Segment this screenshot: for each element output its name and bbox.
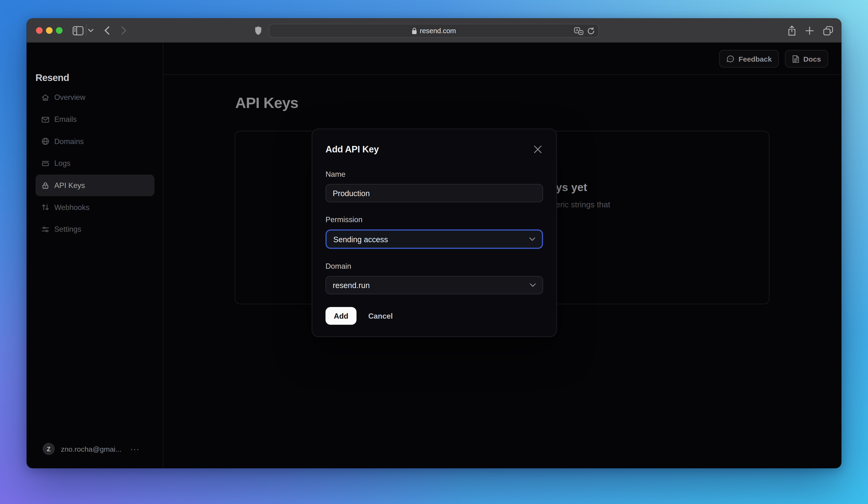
domain-select-value: resend.run — [333, 281, 370, 290]
account-email: zno.rocha@gmai... — [61, 445, 122, 453]
sliders-icon — [41, 225, 50, 234]
share-icon[interactable] — [785, 24, 798, 37]
docs-icon — [792, 55, 799, 63]
docs-label: Docs — [803, 55, 821, 63]
logs-icon — [41, 159, 50, 168]
cancel-button[interactable]: Cancel — [368, 312, 393, 320]
empty-state-title-fragment: ys yet — [556, 180, 587, 195]
header-divider — [163, 74, 841, 75]
sidebar: Resend Overview Emails Domains — [27, 43, 163, 468]
add-api-key-dialog: Add API Key Name Production Permission S… — [312, 129, 557, 337]
sidebar-item-label: Logs — [54, 159, 70, 168]
close-window-button[interactable] — [36, 27, 43, 34]
chevron-down-icon[interactable] — [86, 26, 95, 35]
header-actions: Feedback Docs — [719, 50, 828, 68]
permission-select-value: Sending access — [333, 235, 388, 244]
minimize-window-button[interactable] — [46, 27, 53, 34]
browser-window: resend.com A ✦ — [27, 18, 841, 468]
translate-icon[interactable]: A ✦ — [574, 27, 583, 34]
window-controls — [36, 27, 62, 34]
lock-icon — [41, 181, 50, 190]
add-button[interactable]: Add — [326, 307, 357, 325]
avatar: Z — [43, 443, 55, 455]
sidebar-toggle-icon[interactable] — [71, 24, 85, 37]
mail-icon — [41, 115, 50, 124]
reload-icon[interactable] — [587, 27, 595, 34]
chevron-down-icon — [530, 283, 536, 287]
forward-button[interactable] — [118, 25, 130, 36]
sidebar-item-logs[interactable]: Logs — [35, 153, 154, 175]
sidebar-item-overview[interactable]: Overview — [35, 87, 154, 109]
domain-select[interactable]: resend.run — [326, 276, 543, 294]
sidebar-item-settings[interactable]: Settings — [35, 219, 154, 241]
name-input-value: Production — [333, 189, 370, 198]
domain-label: Domain — [326, 262, 543, 271]
feedback-label: Feedback — [739, 55, 772, 63]
feedback-bubble-icon — [726, 55, 735, 63]
dialog-title: Add API Key — [326, 143, 379, 155]
webhooks-icon — [41, 203, 50, 212]
sidebar-item-label: Domains — [54, 137, 84, 146]
empty-state-description-fragment: eric strings that — [556, 200, 610, 210]
back-button[interactable] — [101, 25, 112, 36]
sidebar-nav: Overview Emails Domains Logs — [35, 87, 154, 241]
account-more-icon[interactable]: ··· — [130, 444, 140, 453]
url-text: resend.com — [420, 27, 456, 34]
privacy-shield-icon[interactable] — [252, 25, 264, 36]
permission-label: Permission — [326, 215, 543, 224]
svg-text:A: A — [576, 28, 579, 32]
sidebar-item-webhooks[interactable]: Webhooks — [35, 196, 154, 219]
lock-icon — [412, 28, 417, 34]
chevron-down-icon — [529, 238, 535, 241]
svg-text:✦: ✦ — [580, 30, 582, 34]
page-title: API Keys — [235, 94, 298, 113]
sidebar-item-label: Settings — [54, 225, 81, 234]
name-label: Name — [326, 170, 543, 179]
docs-button[interactable]: Docs — [785, 50, 828, 68]
resend-logo: Resend — [35, 70, 69, 85]
browser-toolbar: resend.com A ✦ — [27, 18, 841, 43]
feedback-button[interactable]: Feedback — [719, 50, 779, 68]
sidebar-item-label: Webhooks — [54, 203, 89, 212]
zoom-window-button[interactable] — [56, 27, 62, 34]
account-menu[interactable]: Z zno.rocha@gmai... ··· — [43, 443, 140, 455]
stage: resend.com A ✦ — [0, 0, 868, 504]
sidebar-item-label: API Keys — [54, 181, 85, 190]
sidebar-item-label: Emails — [54, 115, 76, 124]
address-bar[interactable]: resend.com A ✦ — [269, 24, 599, 38]
name-input[interactable]: Production — [326, 184, 543, 203]
home-icon — [41, 93, 50, 102]
tab-overview-icon[interactable] — [822, 24, 835, 37]
sidebar-item-label: Overview — [54, 93, 85, 102]
permission-select[interactable]: Sending access — [326, 230, 543, 249]
sidebar-item-emails[interactable]: Emails — [35, 109, 154, 131]
close-icon[interactable] — [533, 144, 543, 154]
sidebar-item-domains[interactable]: Domains — [35, 131, 154, 153]
globe-icon — [41, 137, 50, 146]
new-tab-icon[interactable] — [803, 24, 816, 37]
sidebar-item-api-keys[interactable]: API Keys — [35, 175, 154, 196]
